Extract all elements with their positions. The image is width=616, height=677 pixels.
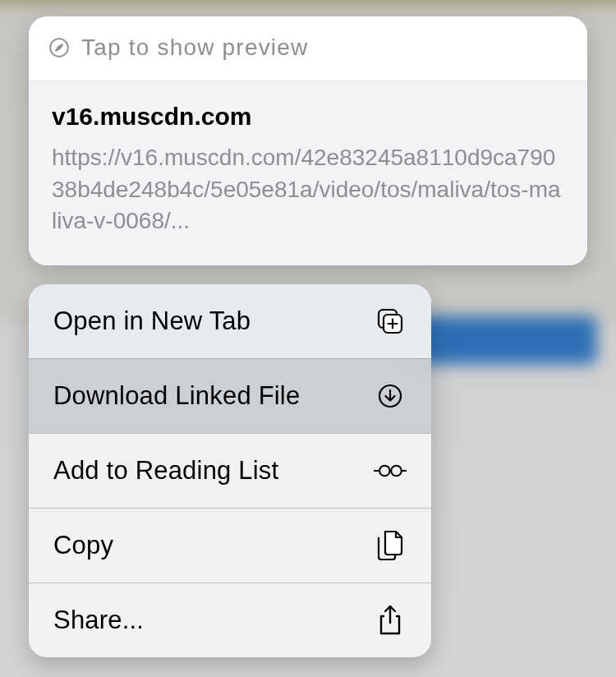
share-item[interactable]: Share... (29, 583, 431, 657)
context-menu: Open in New Tab Download Linked File (29, 284, 431, 657)
svg-point-9 (379, 466, 390, 477)
svg-point-2 (58, 47, 61, 49)
share-icon (374, 605, 407, 636)
menu-item-label: Share... (53, 606, 144, 635)
preview-hint-label: Tap to show preview (81, 35, 308, 61)
compass-icon (48, 37, 70, 58)
copy-icon (374, 530, 407, 561)
open-in-new-tab-item[interactable]: Open in New Tab (29, 284, 431, 358)
link-preview-card: Tap to show preview v16.muscdn.com https… (29, 16, 587, 265)
menu-item-label: Add to Reading List (53, 456, 278, 486)
menu-item-label: Open in New Tab (53, 306, 251, 336)
add-to-reading-list-item[interactable]: Add to Reading List (29, 433, 431, 508)
preview-domain: v16.muscdn.com (52, 103, 564, 131)
preview-url: https://v16.muscdn.com/42e83245a8110d9ca… (52, 142, 564, 237)
download-linked-file-item[interactable]: Download Linked File (29, 358, 431, 433)
menu-item-label: Download Linked File (53, 381, 300, 411)
preview-info[interactable]: v16.muscdn.com https://v16.muscdn.com/42… (29, 81, 587, 265)
copy-item[interactable]: Copy (29, 508, 431, 583)
menu-item-label: Copy (53, 531, 113, 560)
new-tab-icon (374, 306, 407, 336)
download-icon (374, 383, 407, 409)
reading-list-icon (374, 461, 407, 481)
tap-to-show-preview[interactable]: Tap to show preview (29, 16, 587, 81)
svg-point-10 (391, 466, 402, 477)
